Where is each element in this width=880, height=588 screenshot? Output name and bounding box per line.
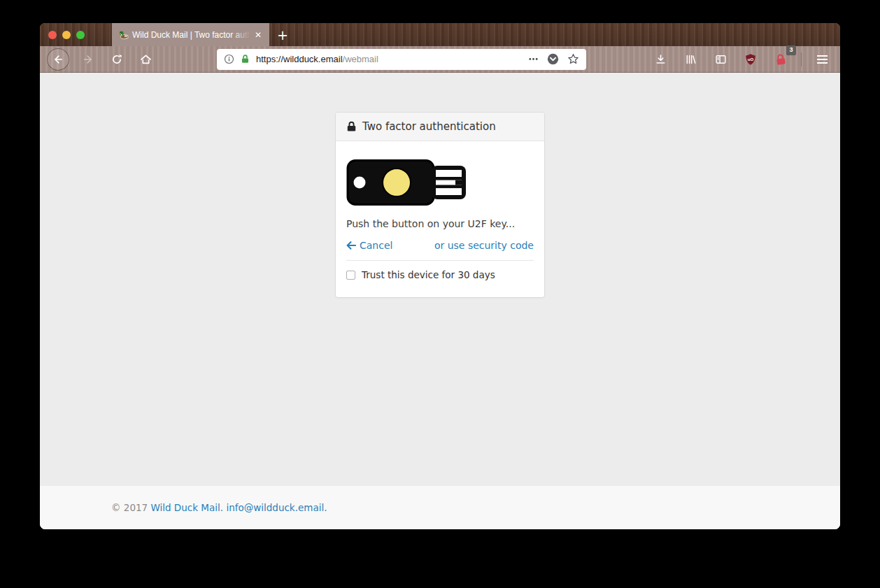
use-security-code-link[interactable]: or use security code (434, 240, 534, 251)
https-lock-icon[interactable] (240, 54, 250, 64)
page-footer: © 2017 Wild Duck Mail. info@wildduck.ema… (40, 486, 840, 529)
page-actions-icon[interactable] (528, 54, 539, 64)
toolbar-right-buttons: uO 3 (651, 50, 832, 69)
toolbar-separator (801, 52, 802, 66)
back-button[interactable] (47, 48, 69, 71)
urlbar-actions (528, 53, 579, 65)
extension-lock-button[interactable]: 3 (771, 50, 790, 69)
trust-device-checkbox[interactable] (346, 271, 355, 280)
back-icon (52, 54, 64, 65)
nav-buttons (47, 48, 155, 71)
ublock-origin-button[interactable]: uO (741, 50, 760, 69)
main-area: Two factor authentication Push the butto… (40, 73, 840, 486)
url-text[interactable]: https://wildduck.email/webmail (256, 54, 523, 64)
brand-link[interactable]: Wild Duck Mail. (150, 502, 223, 513)
trust-device-row: Trust this device for 30 days (346, 269, 534, 280)
new-tab-button[interactable]: + (272, 23, 293, 46)
tab-close-icon[interactable]: ✕ (253, 29, 263, 41)
titlebar: Wild Duck Mail | Two factor auth ✕ + (40, 23, 840, 46)
copyright-text: © 2017 (111, 502, 148, 513)
page-info-icon[interactable] (224, 54, 234, 64)
close-window-button[interactable] (48, 31, 57, 39)
sidebar-toggle-button[interactable] (711, 50, 730, 69)
navigation-toolbar: https://wildduck.email/webmail (40, 46, 840, 73)
hamburger-icon (817, 55, 828, 64)
reload-icon (111, 54, 122, 65)
card-header: Two factor authentication (336, 113, 544, 141)
cancel-label: Cancel (360, 240, 392, 251)
address-bar[interactable]: https://wildduck.email/webmail (217, 49, 586, 70)
footer-text: © 2017 Wild Duck Mail. info@wildduck.ema… (101, 486, 779, 513)
url-path: /webmail (343, 54, 378, 64)
browser-window: Wild Duck Mail | Two factor auth ✕ + (40, 23, 840, 529)
tab-title: Wild Duck Mail | Two factor auth (132, 30, 250, 40)
arrow-left-icon (346, 241, 356, 250)
url-host: https://wildduck.email (256, 54, 343, 64)
extension-badge: 3 (786, 45, 796, 55)
reload-button[interactable] (107, 50, 127, 69)
downloads-button[interactable] (651, 50, 670, 69)
status-text: Push the button on your U2F key... (346, 218, 534, 229)
trust-device-label: Trust this device for 30 days (362, 269, 495, 280)
bookmark-star-icon[interactable] (567, 53, 579, 65)
menu-button[interactable] (812, 50, 832, 69)
duck-favicon-icon (118, 29, 129, 41)
home-icon (140, 54, 152, 65)
card-body: Push the button on your U2F key... Cance… (336, 141, 544, 297)
page-content: Two factor authentication Push the butto… (40, 73, 840, 529)
lock-icon (346, 121, 357, 132)
home-button[interactable] (136, 50, 155, 69)
browser-tab[interactable]: Wild Duck Mail | Two factor auth ✕ (112, 23, 269, 46)
pocket-icon[interactable] (547, 53, 559, 65)
two-factor-card: Two factor authentication Push the butto… (335, 112, 545, 298)
traffic-lights (48, 23, 85, 46)
card-title: Two factor authentication (362, 120, 496, 133)
svg-text:uO: uO (748, 57, 754, 62)
library-button[interactable] (681, 50, 700, 69)
u2f-key-image (346, 158, 467, 207)
forward-icon (83, 54, 94, 65)
forward-button[interactable] (78, 50, 98, 69)
zoom-window-button[interactable] (76, 31, 85, 39)
minimize-window-button[interactable] (62, 31, 71, 39)
links-row: Cancel or use security code (346, 240, 534, 251)
cancel-link[interactable]: Cancel (346, 240, 392, 251)
divider (346, 260, 534, 261)
email-link[interactable]: info@wildduck.email. (226, 502, 327, 513)
